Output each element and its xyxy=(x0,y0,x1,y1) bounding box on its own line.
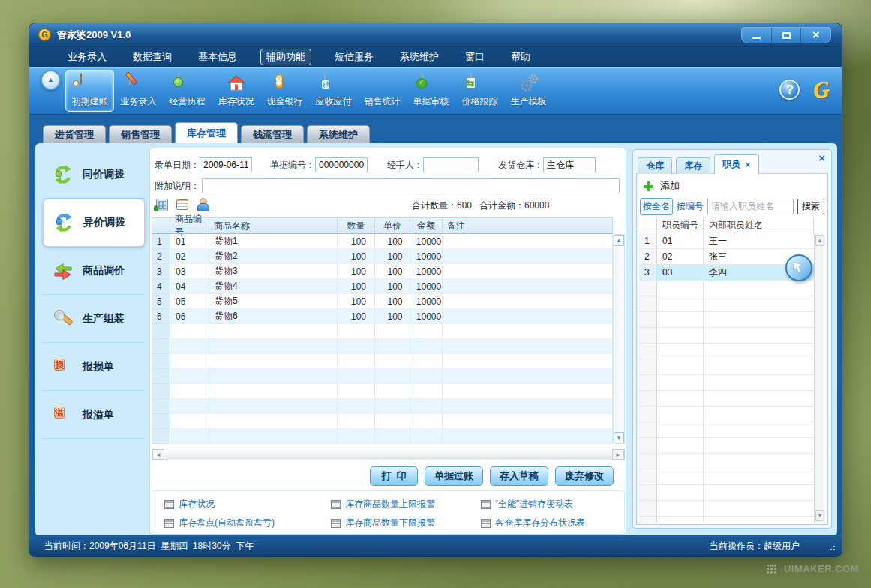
goods-picker-icon[interactable] xyxy=(176,200,188,210)
scroll-up-icon[interactable]: ▲ xyxy=(815,235,824,246)
col-remark: 备注 xyxy=(443,218,613,233)
maximize-button[interactable] xyxy=(772,28,802,43)
ship-warehouse-input[interactable] xyxy=(543,158,596,172)
scroll-left-icon[interactable]: ◄ xyxy=(152,449,164,460)
sidebar-item-goods-reprice[interactable]: 商品调价 xyxy=(43,247,145,295)
row-number-header xyxy=(639,218,657,232)
warehouse-picker-icon[interactable] xyxy=(156,199,168,212)
link-inventory-count[interactable]: 库存盘点(自动盘盈盘亏) xyxy=(164,517,275,530)
scroll-right-icon[interactable]: ► xyxy=(612,449,624,460)
empty-row xyxy=(639,359,814,375)
toolbar-button-inventory-status[interactable]: 库存状况 xyxy=(212,70,260,112)
tab-close-icon[interactable] xyxy=(745,159,751,170)
toolbar-button-price-tracking[interactable]: 价格跟踪 xyxy=(455,70,504,112)
menu-item-basic-info[interactable]: 基本信息 xyxy=(195,49,240,65)
ledger-icon xyxy=(80,74,100,93)
link-warehouse-distribution-report[interactable]: 各仓库库存分布状况表 xyxy=(481,517,585,530)
tab-employee[interactable]: 职员 xyxy=(714,154,759,174)
tab-purchase-management[interactable]: 进货管理 xyxy=(43,125,106,143)
table-row[interactable]: 101货物110010010000 xyxy=(152,234,613,249)
scroll-down-icon[interactable]: ▼ xyxy=(815,510,824,521)
items-table-horizontal-scrollbar[interactable]: ◄ ► xyxy=(152,448,625,460)
panel-close-icon[interactable] xyxy=(818,152,825,164)
toolbar-button-receivable-payable[interactable]: 应收应付 xyxy=(309,70,358,112)
table-row[interactable]: 505货物510010010000 xyxy=(152,294,613,309)
scroll-down-icon[interactable]: ▼ xyxy=(614,432,624,443)
employee-search-input[interactable] xyxy=(707,199,794,214)
table-row[interactable]: 202货物210010010000 xyxy=(152,249,613,264)
scroll-up-icon[interactable]: ▲ xyxy=(614,235,624,246)
discard-changes-button[interactable]: 废弃修改 xyxy=(555,466,614,486)
table-row[interactable]: 303货物310010010000 xyxy=(152,264,613,279)
empty-row xyxy=(152,384,613,399)
empty-row xyxy=(639,501,814,517)
action-buttons: 打 印 单据过账 存入草稿 废弃修改 xyxy=(370,466,614,486)
close-button[interactable] xyxy=(801,28,830,43)
gain-box-icon: 溢 xyxy=(53,404,74,425)
tab-warehouse[interactable]: 仓库 xyxy=(638,158,672,174)
link-omnipotent-change-report[interactable]: “全能”进销存变动表 xyxy=(481,498,573,511)
sidebar-item-overflow-report[interactable]: 溢 报溢单 xyxy=(43,391,145,439)
search-button[interactable]: 搜索 xyxy=(797,199,824,214)
tab-sales-management[interactable]: 销售管理 xyxy=(109,125,172,143)
items-table-body: 101货物110010010000 202货物210010010000 303货… xyxy=(152,234,613,444)
handler-input[interactable] xyxy=(423,158,479,172)
uimaker-logo-icon xyxy=(766,564,778,574)
row-number-header xyxy=(152,218,170,233)
sales-chart-icon xyxy=(373,74,392,93)
employee-picker-icon[interactable] xyxy=(197,198,209,212)
filter-by-name-button[interactable]: 按全名 xyxy=(640,198,673,215)
add-row[interactable]: 添加 xyxy=(644,179,680,193)
menu-item-data-query[interactable]: 数据查询 xyxy=(130,49,175,65)
toolbar-button-document-audit[interactable]: 单据审核 xyxy=(407,70,455,112)
menu-item-aux-functions[interactable]: 辅助功能 xyxy=(260,49,311,65)
menu-item-help[interactable]: 帮助 xyxy=(508,49,533,65)
tab-system-maintenance[interactable]: 系统维护 xyxy=(307,125,370,143)
link-lower-limit-alarm[interactable]: 库存商品数量下限报警 xyxy=(331,517,435,530)
resize-grip[interactable] xyxy=(827,542,836,552)
toolbar-button-sales-statistics[interactable]: 销售统计 xyxy=(358,70,407,112)
note-input[interactable] xyxy=(202,178,620,194)
sidebar-item-production-assembly[interactable]: 生产组装 xyxy=(43,295,145,343)
reprice-arrows-icon xyxy=(53,260,74,281)
minimize-button[interactable] xyxy=(742,28,772,43)
toolbar-collapse-button[interactable] xyxy=(41,70,61,90)
warehouse-house-icon xyxy=(227,74,246,93)
window-controls xyxy=(741,27,831,44)
sidebar-item-diff-price-transfer[interactable]: 异价调拨 xyxy=(43,199,145,247)
report-icon xyxy=(331,519,341,528)
toolbar-button-business-entry[interactable]: 业务录入 xyxy=(114,70,163,112)
toolbar-button-production-template[interactable]: 生产模板 xyxy=(504,70,553,112)
col-quantity: 数量 xyxy=(338,218,375,233)
sidebar-item-same-price-transfer[interactable]: 同价调拨 xyxy=(43,151,145,199)
sidebar-item-loss-report[interactable]: 损 报损单 xyxy=(43,343,145,391)
empty-row xyxy=(639,485,814,501)
employee-row[interactable]: 101王一 xyxy=(639,233,814,249)
menu-item-window[interactable]: 窗口 xyxy=(462,49,488,65)
tab-inventory-management[interactable]: 库存管理 xyxy=(175,122,238,143)
tab-cashflow-management[interactable]: 钱流管理 xyxy=(241,125,304,143)
employee-table-scrollbar[interactable]: ▲ ▼ xyxy=(814,233,825,523)
toolbar-button-business-history[interactable]: 经营历程 xyxy=(163,70,212,112)
toolbar-button-cash-bank[interactable]: 现金银行 xyxy=(260,70,309,112)
empty-row xyxy=(152,414,613,429)
empty-row xyxy=(639,422,814,438)
table-row[interactable]: 606货物610010010000 xyxy=(152,309,613,324)
total-quantity: 合计数量：600 xyxy=(412,200,472,212)
menu-item-business-entry[interactable]: 业务录入 xyxy=(65,49,110,65)
table-row[interactable]: 404货物410010010000 xyxy=(152,279,613,294)
menu-item-system-maintenance[interactable]: 系统维护 xyxy=(397,49,442,65)
menu-item-sms-service[interactable]: 短信服务 xyxy=(332,49,377,65)
tab-inventory[interactable]: 库存 xyxy=(676,158,710,174)
order-date-input[interactable] xyxy=(200,158,252,172)
save-draft-button[interactable]: 存入草稿 xyxy=(490,466,548,486)
link-inventory-status[interactable]: 库存状况 xyxy=(164,498,215,511)
toolbar-button-initial-setup[interactable]: 初期建账 xyxy=(65,70,114,112)
post-document-button[interactable]: 单据过账 xyxy=(425,466,483,486)
filter-by-code-button[interactable]: 按编号 xyxy=(677,200,704,213)
items-table-vertical-scrollbar[interactable]: ▲ ▼ xyxy=(613,234,625,444)
doc-number-input[interactable] xyxy=(315,158,368,172)
help-icon[interactable] xyxy=(779,80,800,100)
link-upper-limit-alarm[interactable]: 库存商品数量上限报警 xyxy=(331,498,435,511)
print-button[interactable]: 打 印 xyxy=(370,466,418,486)
